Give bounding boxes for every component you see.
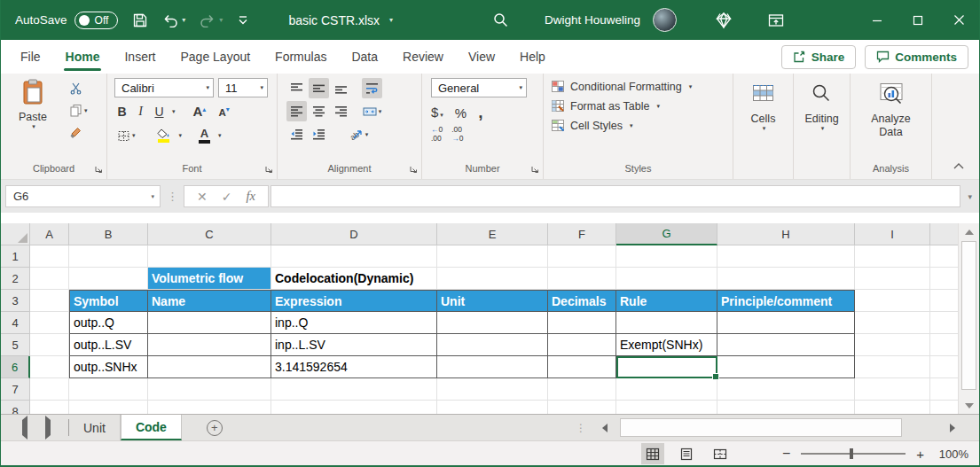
cell-b2[interactable] xyxy=(69,268,148,290)
column-header-h[interactable]: H xyxy=(717,223,855,245)
alignment-dialog-launcher[interactable] xyxy=(409,165,418,174)
column-header-f[interactable]: F xyxy=(548,223,616,245)
currency-format-button[interactable]: $▾ xyxy=(431,105,443,121)
column-header-c[interactable]: C xyxy=(148,223,271,245)
underline-button[interactable]: U xyxy=(152,105,167,119)
underline-caret[interactable]: ▾ xyxy=(172,108,176,115)
column-header-filler[interactable] xyxy=(930,223,960,245)
maximize-button[interactable] xyxy=(898,0,938,40)
cell-filler-8[interactable] xyxy=(930,401,960,414)
orientation-button[interactable]: ab ▾ xyxy=(349,124,369,144)
cut-button[interactable] xyxy=(67,80,90,97)
zoom-slider-thumb[interactable] xyxy=(850,448,853,459)
cell-a2[interactable] xyxy=(30,268,69,290)
cell-b1[interactable] xyxy=(69,245,148,268)
cell-filler-5[interactable] xyxy=(930,334,960,356)
cell-c6[interactable] xyxy=(148,356,271,378)
column-header-d[interactable]: D xyxy=(271,223,437,245)
percent-format-button[interactable]: % xyxy=(455,105,466,121)
column-header-e[interactable]: E xyxy=(437,223,548,245)
new-sheet-button[interactable]: + xyxy=(207,420,223,436)
cell-h5[interactable] xyxy=(717,334,855,356)
zoom-slider[interactable] xyxy=(801,453,906,455)
undo-caret[interactable]: ▾ xyxy=(182,16,185,24)
scroll-up-icon[interactable] xyxy=(959,225,979,239)
cell-c2[interactable]: Volumetric flow xyxy=(148,268,271,290)
ribbon-display-options-button[interactable] xyxy=(767,12,785,28)
customize-quick-access-button[interactable] xyxy=(237,14,249,26)
search-button[interactable] xyxy=(492,12,509,28)
tab-page-layout[interactable]: Page Layout xyxy=(168,40,263,74)
cell-d3[interactable]: Expression xyxy=(271,290,437,312)
column-header-g[interactable]: G xyxy=(616,223,717,245)
conditional-formatting-button[interactable]: Conditional Formatting ▾ xyxy=(551,80,692,93)
close-button[interactable] xyxy=(938,0,979,40)
cell-h7[interactable] xyxy=(717,378,855,401)
page-break-preview-button[interactable] xyxy=(709,443,732,464)
cell-filler-3[interactable] xyxy=(930,290,960,312)
tab-review[interactable]: Review xyxy=(390,40,456,74)
cell-b5[interactable]: outp..L.SV xyxy=(69,334,148,356)
cell-e4[interactable] xyxy=(437,312,548,334)
cell-h1[interactable] xyxy=(717,245,855,268)
formula-input[interactable] xyxy=(270,185,961,207)
cell-b6[interactable]: outp..SNHx xyxy=(69,356,148,378)
tab-view[interactable]: View xyxy=(456,40,507,74)
document-title-button[interactable]: basic CSTR.xlsx ▾ xyxy=(288,13,393,27)
number-dialog-launcher[interactable] xyxy=(530,165,539,174)
cell-g5[interactable]: Exempt(SNHx) xyxy=(616,334,717,356)
row-header-5[interactable]: 5 xyxy=(1,334,30,356)
cell-filler-2[interactable] xyxy=(930,268,960,290)
align-right-button[interactable] xyxy=(331,101,351,121)
sheet-tab-unit[interactable]: Unit xyxy=(69,415,121,440)
cell-d8[interactable] xyxy=(271,401,437,414)
column-header-i[interactable]: I xyxy=(855,223,930,245)
cell-f2[interactable] xyxy=(548,268,616,290)
tab-formulas[interactable]: Formulas xyxy=(263,40,339,74)
number-format-select[interactable]: General▾ xyxy=(431,78,527,97)
redo-caret[interactable]: ▾ xyxy=(219,16,223,24)
cell-styles-button[interactable]: Cell Styles ▾ xyxy=(551,119,692,132)
cell-f1[interactable] xyxy=(548,245,616,268)
borders-caret[interactable]: ▾ xyxy=(132,132,136,139)
font-name-select[interactable]: Calibri▾ xyxy=(114,78,214,97)
confirm-entry-icon[interactable]: ✓ xyxy=(222,190,232,204)
cell-f4[interactable] xyxy=(548,312,616,334)
scroll-left-icon[interactable] xyxy=(597,424,613,432)
cell-i1[interactable] xyxy=(855,245,930,268)
tab-data[interactable]: Data xyxy=(339,40,390,74)
cell-i4[interactable] xyxy=(855,312,930,334)
minimize-button[interactable] xyxy=(857,0,898,40)
cell-h8[interactable] xyxy=(717,401,855,414)
increase-font-size-button[interactable]: A▴ xyxy=(193,104,207,120)
cell-c7[interactable] xyxy=(148,378,271,401)
borders-button[interactable]: ▾ xyxy=(114,128,138,144)
cell-c4[interactable] xyxy=(148,312,271,334)
zoom-level[interactable]: 100% xyxy=(935,448,968,461)
cell-i8[interactable] xyxy=(855,401,930,414)
cell-e3[interactable]: Unit xyxy=(437,290,548,312)
cell-f3[interactable]: Decimals xyxy=(548,290,616,312)
name-box[interactable]: G6 ▾ xyxy=(5,185,161,207)
decrease-font-size-button[interactable]: A▾ xyxy=(218,104,229,120)
cell-g8[interactable] xyxy=(616,401,717,414)
cell-h6[interactable] xyxy=(717,356,855,378)
cell-filler-6[interactable] xyxy=(930,356,960,378)
cell-i3[interactable] xyxy=(855,290,930,312)
cell-a4[interactable] xyxy=(30,312,69,334)
row-header-4[interactable]: 4 xyxy=(1,312,30,334)
normal-view-button[interactable] xyxy=(641,443,664,464)
cell-i2[interactable] xyxy=(855,268,930,290)
cell-a5[interactable] xyxy=(30,334,69,356)
comments-button[interactable]: Comments xyxy=(865,45,968,69)
cell-i7[interactable] xyxy=(855,378,930,401)
row-header-3[interactable]: 3 xyxy=(1,290,30,312)
scroll-right-icon[interactable] xyxy=(944,424,960,432)
row-header-1[interactable]: 1 xyxy=(1,245,30,268)
decrease-indent-button[interactable] xyxy=(286,124,307,144)
sheet-prev-icon[interactable] xyxy=(20,420,30,436)
increase-indent-button[interactable] xyxy=(309,124,329,144)
autosave-toggle[interactable]: AutoSave Off xyxy=(15,12,118,29)
font-color-button[interactable]: A xyxy=(196,126,213,145)
cell-g2[interactable] xyxy=(616,268,717,290)
